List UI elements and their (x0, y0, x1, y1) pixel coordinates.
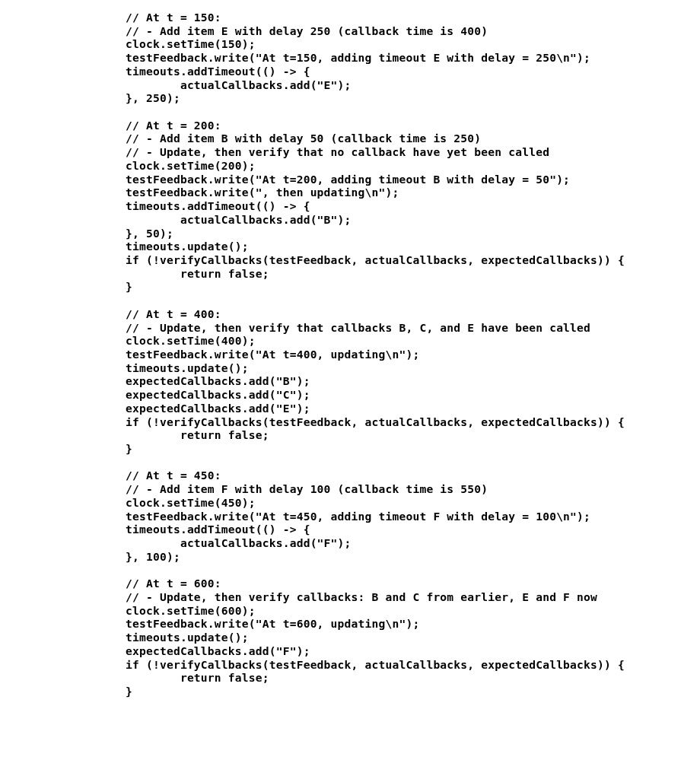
code-snippet: // At t = 150: // - Add item E with dela… (0, 0, 700, 698)
